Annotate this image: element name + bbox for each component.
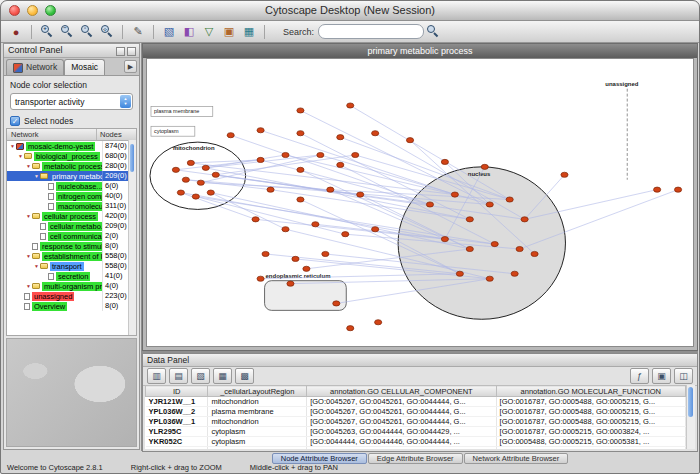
table-row[interactable]: YDR039C__1mitochondrion[GO:0044444, GO:0… xyxy=(146,447,686,450)
network-node[interactable] xyxy=(426,202,433,207)
import-icon[interactable]: ▣ xyxy=(652,368,671,384)
select-attributes-icon[interactable]: ▥ xyxy=(147,368,166,384)
tree-item[interactable]: macromolecule...311(0) xyxy=(7,201,136,211)
expander-icon[interactable]: ▼ xyxy=(33,173,40,179)
close-window-button[interactable] xyxy=(9,5,20,16)
network-node[interactable] xyxy=(172,167,179,172)
network-node[interactable] xyxy=(466,246,473,251)
network-node[interactable] xyxy=(287,281,294,286)
export-icon[interactable]: ◫ xyxy=(674,368,693,384)
tree-item[interactable]: ▼metabolic process280(0) xyxy=(7,161,136,171)
zoom-selected-icon[interactable]: ▫ xyxy=(78,23,96,40)
network-node[interactable] xyxy=(187,160,194,165)
network-node[interactable] xyxy=(282,152,289,157)
network-edge[interactable] xyxy=(231,135,430,204)
control-panel-header[interactable]: Control Panel xyxy=(4,44,139,58)
title-bar[interactable]: Cytoscape Desktop (New Session) xyxy=(1,1,699,21)
expander-icon[interactable]: ▼ xyxy=(25,163,32,169)
expander-icon[interactable]: ▼ xyxy=(17,153,24,159)
network-node[interactable] xyxy=(466,217,473,222)
network-node[interactable] xyxy=(481,164,488,169)
select-spinner-icon[interactable]: ▲▼ xyxy=(120,95,131,108)
network-edge[interactable] xyxy=(196,197,345,235)
network-node[interactable] xyxy=(312,222,319,227)
column-header[interactable]: annotation.GO CELLULAR_COMPONENT xyxy=(307,386,496,397)
tree-item[interactable]: nitrogen compo...40(0) xyxy=(7,191,136,201)
view-settings-icon[interactable]: ▧ xyxy=(160,23,178,40)
network-node[interactable] xyxy=(375,320,382,325)
network-node[interactable] xyxy=(347,326,354,331)
zoom-out-icon[interactable]: − xyxy=(58,23,76,40)
tree-item[interactable]: cellular metabo...209(0) xyxy=(7,221,136,231)
tree-item[interactable]: cell communica...2(0) xyxy=(7,231,136,241)
plugin-icon[interactable]: ▣ xyxy=(220,23,238,40)
network-node[interactable] xyxy=(262,251,269,256)
network-node[interactable] xyxy=(257,157,264,162)
network-node[interactable] xyxy=(491,241,498,246)
column-header[interactable]: ID xyxy=(146,386,208,397)
network-view-title[interactable]: primary metabolic process xyxy=(143,44,697,58)
annotation-icon[interactable]: ✎ xyxy=(129,23,147,40)
network-node[interactable] xyxy=(486,202,493,207)
expander-icon[interactable]: ▼ xyxy=(9,143,16,149)
table-row[interactable]: YPL036W__2plasma membrane[GO:0045267, GO… xyxy=(146,407,686,417)
network-node[interactable] xyxy=(441,237,448,242)
network-node[interactable] xyxy=(227,133,234,138)
network-canvas[interactable]: plasma membranecytoplasmmitochondrionnuc… xyxy=(146,58,694,347)
select-nodes-checkbox[interactable] xyxy=(10,116,20,126)
network-node[interactable] xyxy=(654,187,661,192)
network-node[interactable] xyxy=(292,256,299,261)
color-attribute-select[interactable]: transporter activity ▲▼ xyxy=(10,93,133,110)
new-attribute-icon[interactable]: ▤ xyxy=(169,368,188,384)
network-node[interactable] xyxy=(441,159,448,164)
tree-scrollbar-thumb[interactable] xyxy=(130,144,134,172)
network-node[interactable] xyxy=(322,251,329,256)
network-node[interactable] xyxy=(257,276,264,281)
close-panel-button[interactable] xyxy=(127,47,136,56)
expander-icon[interactable]: ▼ xyxy=(33,263,40,269)
network-node[interactable] xyxy=(342,232,349,237)
tree-item[interactable]: ▼establishment of lo...558(0) xyxy=(7,251,136,261)
network-node[interactable] xyxy=(451,192,458,197)
table-row[interactable]: YJR121W__1mitochondrion[GO:0045267, GO:0… xyxy=(146,397,686,407)
network-node[interactable] xyxy=(357,192,364,197)
network-node[interactable] xyxy=(456,271,463,276)
expander-icon[interactable]: ▼ xyxy=(25,253,32,259)
tree-column-nodes[interactable]: Nodes xyxy=(97,129,136,140)
network-node[interactable] xyxy=(297,108,304,113)
network-node[interactable] xyxy=(177,190,184,195)
network-node[interactable] xyxy=(212,172,219,177)
tree-item[interactable]: ▼biological_process680(0) xyxy=(7,151,136,161)
select-nodes-option[interactable]: Select nodes xyxy=(10,116,133,126)
table-row[interactable]: YLR295Ccytoplasm[GO:0045263, GO:0044444,… xyxy=(146,427,686,437)
tree-item[interactable]: nucleobase...6(0) xyxy=(7,181,136,191)
zoom-in-icon[interactable]: + xyxy=(38,23,56,40)
network-node[interactable] xyxy=(297,197,304,202)
network-node[interactable] xyxy=(297,167,304,172)
network-node[interactable] xyxy=(486,276,493,281)
tree-item[interactable]: secretion41(0) xyxy=(7,271,136,281)
tree-item[interactable]: Overview8(0) xyxy=(7,301,136,311)
formula-builder-icon[interactable]: ƒ xyxy=(630,368,649,384)
tree-item[interactable]: response to stimul...8(0) xyxy=(7,241,136,251)
tab-mosaic[interactable]: Mosaic xyxy=(64,59,105,75)
zoom-window-button[interactable] xyxy=(45,5,56,16)
network-node[interactable] xyxy=(561,172,568,177)
network-node[interactable] xyxy=(282,227,289,232)
network-node[interactable] xyxy=(352,152,359,157)
manage-networks-icon[interactable]: ▦ xyxy=(240,23,258,40)
network-node[interactable] xyxy=(372,227,379,232)
network-node[interactable] xyxy=(192,194,199,199)
network-node[interactable] xyxy=(406,138,413,143)
tree-item[interactable]: ▼primary metabo...209(0) xyxy=(7,171,136,181)
network-edge[interactable] xyxy=(216,155,355,175)
network-node[interactable] xyxy=(337,162,344,167)
expander-icon[interactable]: ▼ xyxy=(25,213,32,219)
vizmapper-icon[interactable]: ◧ xyxy=(180,23,198,40)
network-node[interactable] xyxy=(207,190,214,195)
data-panel-header[interactable]: Data Panel xyxy=(143,354,697,367)
network-node[interactable] xyxy=(347,103,354,108)
network-edge[interactable] xyxy=(211,193,286,230)
network-node[interactable] xyxy=(337,135,344,140)
network-node[interactable] xyxy=(297,131,304,136)
